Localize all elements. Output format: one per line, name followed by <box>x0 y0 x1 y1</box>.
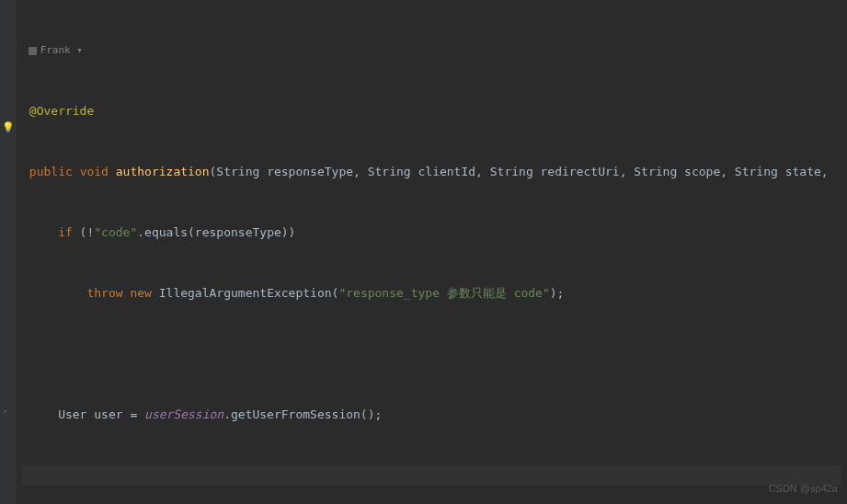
code-line: public void authorization(String respons… <box>22 162 841 182</box>
code-line: User user = userSession.getUserFromSessi… <box>22 405 841 425</box>
code-line: throw new IllegalArgumentException("resp… <box>22 283 841 304</box>
watermark: CSDN @sp42a <box>769 478 838 498</box>
lightbulb-icon[interactable]: 💡 <box>2 118 15 138</box>
code-line: if (!"code".equals(responseType)) <box>22 223 841 243</box>
author-hint: Frank ▾ <box>22 40 841 61</box>
code-line <box>22 344 841 364</box>
gutter: 💡 ↗ <box>0 0 17 504</box>
code-line: @Override <box>22 101 841 121</box>
override-arrow-icon[interactable]: ↗ <box>2 401 7 421</box>
code-line-highlight <box>22 465 841 486</box>
code-content[interactable]: Frank ▾ @Override public void authorizat… <box>17 0 847 504</box>
person-icon <box>29 47 37 55</box>
code-editor[interactable]: 💡 ↗ Frank ▾ @Override public void author… <box>0 0 847 504</box>
